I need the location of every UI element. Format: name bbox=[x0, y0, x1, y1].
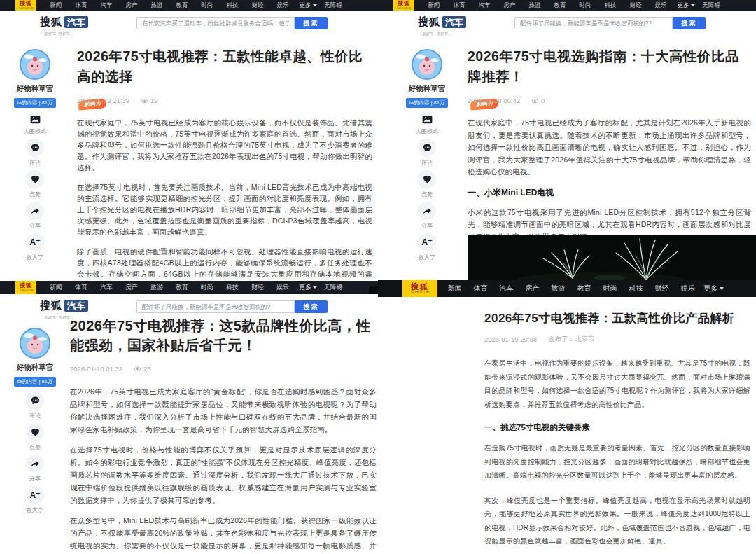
nav-item-sports[interactable]: 体育 bbox=[69, 1, 94, 10]
search-input[interactable] bbox=[136, 17, 295, 29]
nav-item-news[interactable]: 新闻 bbox=[43, 1, 69, 10]
nav-item-tech[interactable]: 科技 bbox=[598, 1, 623, 10]
share-button[interactable] bbox=[26, 202, 44, 220]
author-name[interactable]: 好物种草官 bbox=[17, 84, 54, 94]
nav-item-education[interactable]: 教育 bbox=[547, 1, 573, 10]
nav-item-finance[interactable]: 财经 bbox=[623, 1, 648, 10]
like-button[interactable] bbox=[26, 170, 44, 188]
font-enlarge-button[interactable]: A⁺ bbox=[26, 486, 44, 504]
author-content-badge[interactable]: ta的内容 | 81万 bbox=[14, 98, 57, 108]
big-image-mode-button[interactable] bbox=[26, 113, 44, 125]
nav-item-tech[interactable]: 科技 bbox=[220, 1, 245, 10]
nav-item-sports[interactable]: 体育 bbox=[69, 283, 94, 292]
nav-item-realestate[interactable]: 房产 bbox=[497, 1, 522, 10]
nav-item-tech[interactable]: 科技 bbox=[220, 283, 245, 292]
action-column: 评论 点赞 分享 A⁺ bbox=[26, 392, 44, 518]
nav-item-accessibility[interactable]: 无障碍 bbox=[699, 1, 724, 10]
nav-item-travel[interactable]: 旅游 bbox=[522, 1, 547, 10]
nav-item-auto[interactable]: 汽车 bbox=[472, 1, 497, 10]
nav-item-more[interactable]: 更多 bbox=[295, 283, 321, 292]
nav-item-entertainment[interactable]: 娱乐 bbox=[648, 1, 673, 10]
author-content-badge[interactable]: ta的内容 | 81万 bbox=[14, 377, 57, 387]
nav-item-entertainment[interactable]: 娱乐 bbox=[270, 283, 295, 292]
sohu-logo[interactable]: 搜狐 SOHU.COM bbox=[15, 281, 36, 294]
nav-item-auto[interactable]: 汽车 bbox=[493, 284, 519, 293]
sohu-logo[interactable]: 搜狐 SOHU.COM bbox=[15, 0, 36, 11]
like-button[interactable] bbox=[26, 423, 44, 441]
avatar[interactable] bbox=[20, 328, 50, 359]
search-input[interactable] bbox=[514, 17, 673, 29]
view-count: 23 bbox=[144, 365, 151, 373]
nav-item-realestate[interactable]: 房产 bbox=[519, 284, 545, 293]
nav-item-news[interactable]: 新闻 bbox=[421, 1, 447, 10]
nav-item-education[interactable]: 教育 bbox=[169, 1, 195, 10]
sohu-logo[interactable]: 搜狐 SOHU.COM bbox=[393, 0, 414, 11]
sohu-logo-domain: SOHU.COM bbox=[411, 291, 429, 294]
sohu-auto-logo[interactable]: 搜狐汽车 「选好车 用好车」 bbox=[418, 15, 466, 37]
share-button[interactable] bbox=[26, 455, 44, 473]
big-image-mode-button[interactable] bbox=[418, 113, 436, 125]
share-button[interactable] bbox=[418, 202, 436, 220]
nav-item-fashion[interactable]: 时尚 bbox=[573, 1, 598, 10]
like-button[interactable] bbox=[418, 170, 436, 188]
article-meta: 2026-01-19 20:08 发布于：北京市 bbox=[484, 335, 750, 344]
author-name[interactable]: 好物种草官 bbox=[409, 84, 446, 94]
nav-item-finance[interactable]: 财经 bbox=[245, 1, 270, 10]
author-sidebar: 好物种草官 ta的内容 | 81万 大图模式 评论 bbox=[13, 49, 57, 265]
nav-item-news[interactable]: 新闻 bbox=[43, 283, 69, 292]
eye-icon bbox=[531, 98, 539, 104]
nav-item-more[interactable]: 更多 bbox=[701, 284, 727, 293]
nav-item-education[interactable]: 教育 bbox=[571, 284, 597, 293]
search-button[interactable]: 搜索 bbox=[295, 300, 328, 313]
nav-item-entertainment[interactable]: 娱乐 bbox=[270, 1, 295, 10]
font-enlarge-icon: A⁺ bbox=[422, 238, 433, 247]
view-counter: 19 bbox=[141, 97, 158, 104]
paragraph: 其次，峰值亮度也是一个重要指标。峰值亮度越高，电视在显示高光场景时就越明亮，能够… bbox=[484, 494, 750, 548]
nav-item-education[interactable]: 教育 bbox=[169, 283, 195, 292]
nav-item-fashion[interactable]: 时尚 bbox=[195, 1, 220, 10]
nav-item-more[interactable]: 更多 bbox=[673, 1, 699, 10]
nav-item-sports[interactable]: 体育 bbox=[468, 284, 493, 293]
nav-item-more[interactable]: 更多 bbox=[295, 1, 321, 10]
sohu-auto-logo[interactable]: 搜狐汽车 「选好车 用好车」 bbox=[40, 15, 88, 37]
avatar[interactable] bbox=[412, 49, 442, 80]
nav-item-fashion[interactable]: 时尚 bbox=[597, 284, 623, 293]
sohu-logo-text: 搜狐 bbox=[20, 1, 32, 6]
avatar[interactable] bbox=[20, 49, 50, 80]
nav-item-fashion[interactable]: 时尚 bbox=[195, 283, 220, 292]
nav-item-entertainment[interactable]: 娱乐 bbox=[675, 284, 701, 293]
nav-item-realestate[interactable]: 房产 bbox=[119, 1, 144, 10]
nav-item-auto[interactable]: 汽车 bbox=[94, 1, 119, 10]
comment-button[interactable] bbox=[26, 392, 44, 410]
comment-button[interactable] bbox=[418, 139, 436, 157]
nav-item-travel[interactable]: 旅游 bbox=[545, 284, 571, 293]
article-title: 2026年75寸电视选购指南：十大高性价比品牌推荐！ bbox=[468, 46, 751, 87]
paragraph: 在现代家庭中，75英寸电视已经成为客厅的核心娱乐设备，而不仅仅是装饰品。凭借其震… bbox=[77, 117, 372, 173]
share-icon bbox=[423, 207, 432, 215]
search-bar: 搜索 bbox=[136, 300, 328, 313]
nav-item-accessibility[interactable]: 无障碍 bbox=[321, 1, 346, 10]
comment-button[interactable] bbox=[26, 139, 44, 157]
nav-links: 新闻 体育 汽车 房产 旅游 教育 时尚 科技 财经 娱乐 更多 无障碍 bbox=[43, 283, 346, 292]
nav-item-travel[interactable]: 旅游 bbox=[144, 283, 169, 292]
nav-item-finance[interactable]: 财经 bbox=[649, 284, 675, 293]
author-name[interactable]: 好物种草官 bbox=[17, 363, 54, 373]
nav-item-auto[interactable]: 汽车 bbox=[94, 283, 119, 292]
nav-item-finance[interactable]: 财经 bbox=[245, 283, 270, 292]
search-button[interactable]: 搜索 bbox=[673, 17, 706, 29]
nav-item-travel[interactable]: 旅游 bbox=[144, 1, 169, 10]
nav-item-realestate[interactable]: 房产 bbox=[119, 283, 144, 292]
paragraph: 在现代家庭中，75寸电视已经成为了客厅的标配，尤其是计划在2026年入手新电视的… bbox=[468, 117, 751, 179]
nav-item-tech[interactable]: 科技 bbox=[623, 284, 649, 293]
font-enlarge-button[interactable]: A⁺ bbox=[26, 233, 44, 251]
sohu-logo[interactable]: 搜狐 SOHU.COM bbox=[402, 280, 438, 297]
nav-item-news[interactable]: 新闻 bbox=[442, 284, 468, 293]
nav-item-sports[interactable]: 体育 bbox=[447, 1, 472, 10]
nav-item-accessibility[interactable]: 无障碍 bbox=[321, 283, 346, 292]
search-button[interactable]: 搜索 bbox=[295, 17, 328, 29]
font-enlarge-button[interactable]: A⁺ bbox=[418, 233, 436, 251]
search-input[interactable] bbox=[136, 300, 295, 313]
tv-demo-image[interactable] bbox=[468, 235, 756, 280]
author-content-badge[interactable]: ta的内容 | 81万 bbox=[406, 98, 449, 108]
chevron-down-icon bbox=[720, 287, 724, 290]
